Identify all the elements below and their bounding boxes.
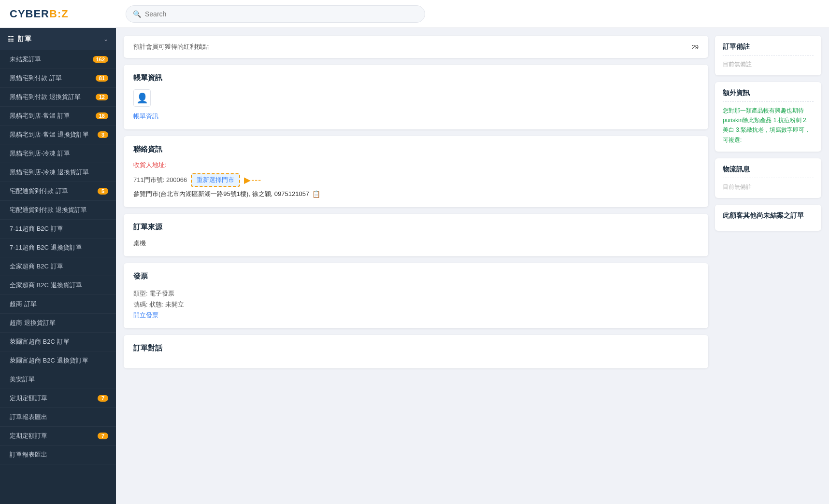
account-info-card: 帳單資訊 👤 帳單資訊	[124, 65, 708, 129]
other-orders-card: 此顧客其他尚未結案之訂單	[715, 205, 821, 231]
sidebar-item-label: 萊爾富超商 B2C 訂單	[10, 337, 70, 346]
extra-info-title: 額外資訊	[723, 89, 814, 98]
account-info-link[interactable]: 帳單資訊	[133, 112, 158, 120]
logo-biz-part: B:Z	[49, 8, 69, 20]
sidebar-badge-2: 12	[96, 94, 108, 100]
sidebar-item-blackcat-frozen[interactable]: 黑貓宅到店-冷凍 訂單	[0, 144, 116, 163]
invoice-code: 號碼: 狀態: 未開立	[133, 299, 699, 310]
sidebar-item-label: 超商 退換貨訂單	[10, 319, 56, 327]
logistics-empty: 目前無備註	[723, 183, 752, 190]
points-label: 預計會員可獲得的紅利積點	[133, 42, 209, 51]
contact-info-title: 聯絡資訊	[133, 145, 699, 154]
sidebar-item-blackcat-cod[interactable]: 黑貓宅到付款 訂單 81	[0, 69, 116, 88]
search-icon: 🔍	[133, 10, 141, 18]
order-dialog-card: 訂單對話	[124, 335, 708, 368]
sidebar-item-familymart-b2c-return[interactable]: 全家超商 B2C 退換貨訂單	[0, 276, 116, 295]
contact-info-card: 聯絡資訊 收貨人地址: 711門市號: 200066 重新選擇門市 ▶︎ - -…	[124, 136, 708, 207]
sidebar-item-blackcat-ambient-return[interactable]: 黑貓宅到店-常溫 退換貨訂單 3	[0, 126, 116, 144]
contact-address-row: 711門市號: 200066 重新選擇門市 ▶︎ - - -	[133, 173, 699, 187]
sidebar: ☷ 訂單 ⌄ 未結案訂單 162 黑貓宅到付款 訂單 81 黑貓宅到付款 退換貨…	[0, 28, 116, 504]
invoice-title: 發票	[133, 272, 699, 281]
sidebar-item-hilife-b2c[interactable]: 萊爾富超商 B2C 訂單	[0, 333, 116, 351]
sidebar-item-export-2[interactable]: 訂單報表匯出	[0, 446, 116, 464]
sidebar-item-hilife-b2c-return[interactable]: 萊爾富超商 B2C 退換貨訂單	[0, 351, 116, 370]
search-input[interactable]	[145, 10, 418, 18]
contact-address-label: 收貨人地址:	[133, 161, 699, 169]
sidebar-item-label: 黑貓宅到付款 訂單	[10, 74, 62, 83]
right-panel: 訂單備註 目前無備註 額外資訊 您對那一類產品較有興趣也期待puriskin除此…	[715, 36, 821, 496]
order-source-title: 訂單來源	[133, 223, 699, 232]
sidebar-item-delivery-cod[interactable]: 宅配通貨到付款 訂單 5	[0, 182, 116, 201]
header: CYBERB:Z 🔍	[0, 0, 829, 28]
sidebar-item-label: 未結案訂單	[10, 55, 41, 64]
logistics-title: 物流訊息	[723, 165, 814, 174]
sidebar-item-label: 美安訂單	[10, 375, 35, 384]
order-dialog-title: 訂單對話	[133, 344, 699, 353]
sidebar-item-label: 訂單報表匯出	[10, 413, 47, 421]
sidebar-item-label: 全家超商 B2C 訂單	[10, 262, 63, 271]
sidebar-item-label: 黑貓宅到店-常溫 訂單	[10, 112, 70, 120]
sidebar-item-recurring[interactable]: 定期定額訂單 7	[0, 389, 116, 408]
main-content: 預計會員可獲得的紅利積點 29 帳單資訊 👤 帳單資訊 聯絡資訊 收貨人地址: …	[116, 28, 829, 504]
sidebar-item-label: 黑貓宅到店-冷凍 退換貨訂單	[10, 168, 89, 177]
sidebar-badge-20: 7	[98, 433, 108, 439]
reselect-store-button[interactable]: 重新選擇門市	[191, 173, 240, 187]
arrow-right-icon: ▶︎ - - -	[244, 175, 260, 185]
sidebar-item-unfinished[interactable]: 未結案訂單 162	[0, 50, 116, 69]
sidebar-item-recurring-2[interactable]: 定期定額訂單 7	[0, 427, 116, 446]
account-avatar-icon: 👤	[133, 89, 151, 107]
sidebar-badge-7: 5	[98, 188, 108, 195]
postal-code: 711門市號: 200066	[133, 176, 187, 184]
sidebar-item-export[interactable]: 訂單報表匯出	[0, 408, 116, 427]
search-bar[interactable]: 🔍	[126, 5, 425, 23]
sidebar-item-label: 7-11超商 B2C 退換貨訂單	[10, 243, 82, 252]
address-detail-text: 參覽門市(台北市內湖區新湖一路95號1樓), 徐之穎, 0975121057	[133, 190, 309, 198]
sidebar-section-orders[interactable]: ☷ 訂單 ⌄	[0, 28, 116, 50]
logo: CYBERB:Z	[10, 8, 126, 20]
sidebar-item-711-b2c[interactable]: 7-11超商 B2C 訂單	[0, 220, 116, 238]
sidebar-item-blackcat-ambient[interactable]: 黑貓宅到店-常溫 訂單 18	[0, 107, 116, 126]
divider	[723, 178, 814, 178]
points-value: 29	[692, 43, 699, 51]
sidebar-item-711-b2c-return[interactable]: 7-11超商 B2C 退換貨訂單	[0, 238, 116, 257]
sidebar-item-convenience-return[interactable]: 超商 退換貨訂單	[0, 314, 116, 333]
sidebar-item-meian[interactable]: 美安訂單	[0, 370, 116, 389]
order-source-card: 訂單來源 桌機	[124, 214, 708, 256]
app-body: ☷ 訂單 ⌄ 未結案訂單 162 黑貓宅到付款 訂單 81 黑貓宅到付款 退換貨…	[0, 28, 829, 504]
sidebar-item-label: 宅配通貨到付款 訂單	[10, 187, 68, 196]
open-invoice-link[interactable]: 開立發票	[133, 311, 158, 319]
logo-cyber-part: CYBER	[10, 8, 49, 20]
invoice-card: 發票 類型: 電子發票 號碼: 狀態: 未開立 開立發票	[124, 263, 708, 328]
extra-info-card: 額外資訊 您對那一類產品較有興趣也期待puriskin除此類產品 1.抗痘粉刺 …	[715, 82, 821, 152]
order-notes-title: 訂單備註	[723, 42, 814, 51]
chevron-down-icon: ⌄	[103, 36, 108, 42]
other-orders-title: 此顧客其他尚未結案之訂單	[723, 211, 814, 220]
sidebar-item-delivery-cod-return[interactable]: 宅配通貨到付款 退換貨訂單	[0, 201, 116, 220]
sidebar-item-label: 訂單報表匯出	[10, 450, 47, 459]
order-source-value: 桌機	[133, 239, 146, 247]
sidebar-item-familymart-b2c[interactable]: 全家超商 B2C 訂單	[0, 257, 116, 276]
account-info-title: 帳單資訊	[133, 73, 699, 83]
sidebar-item-blackcat-cod-return[interactable]: 黑貓宅到付款 退換貨訂單 12	[0, 88, 116, 107]
sidebar-badge-1: 81	[96, 75, 108, 82]
sidebar-item-label: 宅配通貨到付款 退換貨訂單	[10, 206, 87, 214]
contact-detail: 參覽門市(台北市內湖區新湖一路95號1樓), 徐之穎, 0975121057 📋	[133, 190, 699, 198]
extra-info-content: 您對那一類產品較有興趣也期待puriskin除此類產品 1.抗痘粉刺 2.美白 …	[723, 107, 810, 143]
order-notes-empty: 目前無備註	[723, 61, 752, 68]
invoice-type: 類型: 電子發票	[133, 288, 699, 299]
sidebar-item-blackcat-frozen-return[interactable]: 黑貓宅到店-冷凍 退換貨訂單	[0, 163, 116, 182]
sidebar-item-label: 超商 訂單	[10, 300, 37, 308]
sidebar-item-label: 萊爾富超商 B2C 退換貨訂單	[10, 356, 88, 365]
sidebar-section-label: 訂單	[18, 35, 31, 43]
center-column: 預計會員可獲得的紅利積點 29 帳單資訊 👤 帳單資訊 聯絡資訊 收貨人地址: …	[124, 36, 708, 496]
sidebar-item-convenience[interactable]: 超商 訂單	[0, 295, 116, 314]
copy-icon[interactable]: 📋	[312, 190, 320, 198]
divider	[723, 55, 814, 56]
logo-text: CYBERB:Z	[10, 8, 69, 20]
divider	[723, 101, 814, 102]
sidebar-badge-3: 18	[96, 112, 108, 119]
sidebar-item-label: 定期定額訂單	[10, 394, 47, 403]
sidebar-item-label: 黑貓宅到店-常溫 退換貨訂單	[10, 130, 89, 139]
sidebar-item-label: 全家超商 B2C 退換貨訂單	[10, 281, 82, 290]
sidebar-item-label: 定期定額訂單	[10, 432, 47, 440]
